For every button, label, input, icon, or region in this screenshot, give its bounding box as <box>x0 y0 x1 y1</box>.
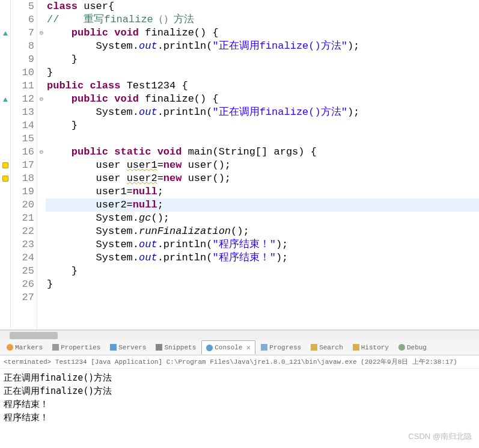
code-content[interactable]: class user{// 重写finalize（）方法 public void… <box>46 0 479 330</box>
fold-toggle[interactable]: ⊖ <box>37 26 46 40</box>
fold-toggle <box>37 291 46 304</box>
marker-slot <box>0 172 10 185</box>
line-number: 15 <box>11 132 34 146</box>
code-line[interactable]: } <box>46 66 479 79</box>
marker-slot <box>0 106 10 119</box>
tab-label: Debug <box>407 344 427 351</box>
tab-history[interactable]: History <box>349 342 393 353</box>
code-line[interactable]: System.out.println("程序结束！"); <box>46 238 479 251</box>
fold-toggle[interactable]: ⊖ <box>37 146 46 159</box>
marker-slot <box>0 132 10 146</box>
marker-slot <box>0 119 10 132</box>
tab-label: Markers <box>15 344 43 351</box>
code-line[interactable]: // 重写finalize（）方法 <box>46 13 479 26</box>
code-line[interactable]: System.out.println("正在调用finalize()方法"); <box>46 40 479 53</box>
fold-toggle <box>37 132 46 146</box>
marker-slot <box>0 238 10 251</box>
tab-console[interactable]: Console✕ <box>201 340 255 354</box>
marker-slot <box>0 291 10 304</box>
fold-toggle <box>37 265 46 278</box>
override-icon[interactable] <box>3 31 8 35</box>
line-number: 27 <box>11 291 34 304</box>
line-number: 17 <box>11 159 34 172</box>
tab-markers[interactable]: Markers <box>2 342 47 353</box>
marker-slot <box>0 265 10 278</box>
line-number: 13 <box>11 106 34 119</box>
code-line[interactable]: public static void main(String[] args) { <box>46 146 479 159</box>
debug-icon <box>398 344 405 351</box>
code-line[interactable]: } <box>46 119 479 132</box>
fold-toggle <box>37 225 46 238</box>
code-line[interactable]: user user1=new user(); <box>46 159 479 172</box>
code-line[interactable] <box>46 291 479 304</box>
search-icon <box>311 344 317 351</box>
fold-toggle[interactable]: ⊖ <box>37 93 46 106</box>
fold-toggle <box>37 0 46 13</box>
marker-slot <box>0 185 10 198</box>
marker-slot <box>0 278 10 291</box>
code-line[interactable]: user2=null; <box>46 198 479 212</box>
line-number: 18 <box>11 172 34 185</box>
line-number: 22 <box>11 225 34 238</box>
code-line[interactable]: System.out.println("程序结束！"); <box>46 251 479 265</box>
fold-toggle <box>37 66 46 79</box>
marker-slot <box>0 146 10 159</box>
code-line[interactable]: public void finalize() { <box>46 26 479 40</box>
code-line[interactable]: } <box>46 53 479 66</box>
scrollbar-thumb[interactable] <box>10 332 58 339</box>
code-line[interactable]: System.runFinalization(); <box>46 225 479 238</box>
tab-search[interactable]: Search <box>307 342 347 353</box>
marker-column <box>0 0 11 330</box>
code-line[interactable]: public class Test1234 { <box>46 79 479 93</box>
code-line[interactable] <box>46 132 479 146</box>
fold-toggle <box>37 40 46 53</box>
line-number: 23 <box>11 238 34 251</box>
code-line[interactable]: public void finalize() { <box>46 93 479 106</box>
code-line[interactable]: } <box>46 278 479 291</box>
tab-label: Snippets <box>164 344 196 351</box>
tab-progress[interactable]: Progress <box>257 342 305 353</box>
line-number: 8 <box>11 40 34 53</box>
marker-slot <box>0 0 10 13</box>
marker-slot <box>0 159 10 172</box>
console-line: 程序结束！ <box>4 397 475 411</box>
tab-properties[interactable]: Properties <box>48 342 105 353</box>
code-line[interactable]: System.out.println("正在调用finalize()方法"); <box>46 106 479 119</box>
tab-snippets[interactable]: Snippets <box>151 342 200 353</box>
marker-slot <box>0 251 10 265</box>
properties-icon <box>52 344 59 351</box>
console-output[interactable]: 正在调用finalize()方法正在调用finalize()方法程序结束！程序结… <box>0 369 479 448</box>
fold-column[interactable]: ⊖⊖⊖ <box>37 0 46 330</box>
marker-slot <box>0 53 10 66</box>
code-line[interactable]: class user{ <box>46 0 479 13</box>
marker-slot <box>0 79 10 93</box>
warning-icon[interactable] <box>2 162 8 168</box>
tab-label: Properties <box>61 344 100 351</box>
snippets-icon <box>156 344 162 351</box>
code-editor[interactable]: 5678910111213141516171819202122232425262… <box>0 0 479 330</box>
line-number: 20 <box>11 198 34 212</box>
line-number: 21 <box>11 212 34 225</box>
override-icon[interactable] <box>3 97 8 102</box>
code-line[interactable]: user1=null; <box>46 185 479 198</box>
marker-slot <box>0 198 10 212</box>
fold-toggle <box>37 53 46 66</box>
warning-icon[interactable] <box>2 176 8 182</box>
watermark: CSDN @南归北隐 <box>408 430 472 443</box>
line-number: 25 <box>11 265 34 278</box>
code-line[interactable]: } <box>46 265 479 278</box>
marker-slot <box>0 26 10 40</box>
view-tabs-bar: MarkersPropertiesServersSnippetsConsole✕… <box>0 340 479 355</box>
fold-toggle <box>37 238 46 251</box>
code-line[interactable]: System.gc(); <box>46 212 479 225</box>
close-icon[interactable]: ✕ <box>246 343 251 352</box>
line-number-gutter: 5678910111213141516171819202122232425262… <box>11 0 37 330</box>
marker-slot <box>0 93 10 106</box>
line-number: 6 <box>11 13 34 26</box>
horizontal-scrollbar[interactable] <box>0 330 479 340</box>
tab-debug[interactable]: Debug <box>394 342 431 353</box>
code-line[interactable]: user user2=new user(); <box>46 172 479 185</box>
fold-toggle <box>37 119 46 132</box>
marker-slot <box>0 225 10 238</box>
tab-servers[interactable]: Servers <box>106 342 150 353</box>
